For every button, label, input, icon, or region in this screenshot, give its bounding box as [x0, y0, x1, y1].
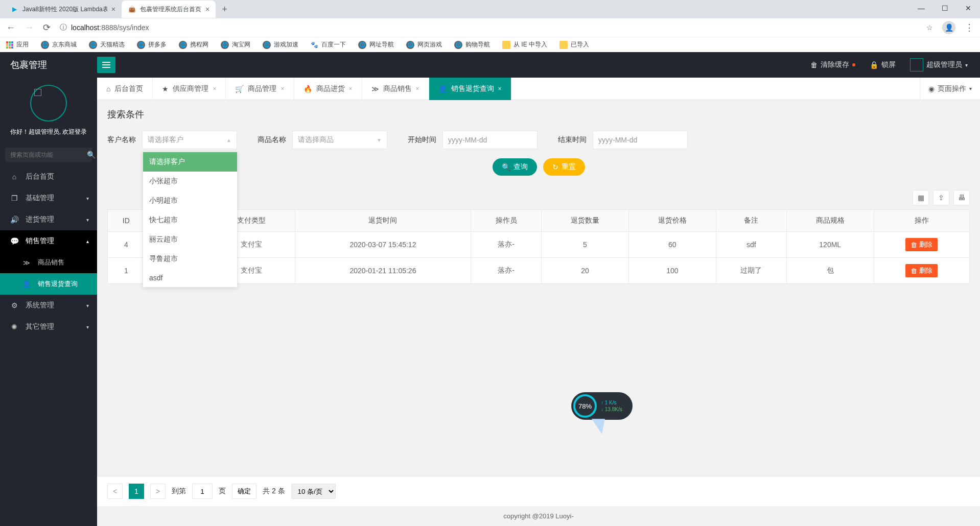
tab-icon: ⌂	[106, 85, 110, 93]
folder-icon: .	[559, 41, 568, 49]
reset-button[interactable]: ↻ 重置	[543, 158, 585, 176]
minimize-button[interactable]: —	[909, 0, 933, 16]
nav-sub-icon: ≫	[22, 259, 31, 267]
print-button[interactable]: 🖶	[953, 190, 970, 205]
sidebar-item[interactable]: ⚙系统管理▾	[0, 295, 97, 316]
clear-cache-button[interactable]: 🗑 清除缓存	[810, 60, 855, 69]
network-widget[interactable]: 78% ↑ 1 K/s ↓ 13.8K/s	[571, 392, 633, 420]
bookmark-item[interactable]: 应用	[6, 40, 29, 49]
browser-tab-0[interactable]: ▶ Java8新特性 2020版 Lambda表 ×	[4, 1, 122, 18]
close-icon[interactable]: ×	[111, 5, 115, 13]
table-cell: 2020-03-07 15:45:12	[295, 232, 471, 258]
page-tab[interactable]: 🛒商品管理×	[226, 78, 294, 100]
bookmark-item[interactable]: 🌐购物导航	[454, 40, 490, 49]
search-icon[interactable]: 🔍	[87, 151, 96, 159]
globe-icon: 🌐	[221, 41, 229, 49]
goto-confirm-button[interactable]: 确定	[232, 484, 256, 499]
sidebar-item[interactable]: 🔊进货管理▾	[0, 209, 97, 230]
bookmark-item[interactable]: 🌐游戏加速	[263, 40, 298, 49]
customer-label: 客户名称	[107, 135, 136, 145]
nav-sub-icon: 👤	[22, 280, 31, 288]
tab-icon: 🛒	[235, 85, 244, 93]
dropdown-option[interactable]: 小明超市	[143, 191, 237, 210]
site-info-icon[interactable]: ⓘ	[60, 23, 67, 32]
table-cell: 100	[628, 258, 716, 284]
close-window-button[interactable]: ✕	[956, 0, 980, 16]
sidebar-toggle[interactable]	[97, 57, 115, 73]
sidebar-item[interactable]: 💬销售管理▴	[0, 230, 97, 252]
sidebar-item[interactable]: ❒基础管理▾	[0, 187, 97, 209]
bookmark-label: 购物导航	[465, 40, 490, 49]
close-icon[interactable]: ×	[213, 85, 216, 92]
dropdown-option[interactable]: 小张超市	[143, 172, 237, 191]
browser-tab-1[interactable]: 👜 包裹管理系统后台首页 ×	[122, 1, 216, 18]
bookmark-item[interactable]: 🌐拼多多	[137, 40, 167, 49]
address-bar[interactable]: ⓘ localhost:8888/sys/index	[60, 23, 917, 32]
dropdown-option[interactable]: 快七超市	[143, 210, 237, 230]
dropdown-option[interactable]: asdf	[143, 269, 237, 287]
close-icon[interactable]: ×	[205, 5, 209, 13]
bookmark-item[interactable]: 🌐携程网	[179, 40, 208, 49]
user-menu[interactable]: 超级管理员 ▾	[910, 58, 968, 71]
column-header: 退货价格	[628, 210, 716, 232]
delete-button[interactable]: 🗑删除	[905, 264, 938, 277]
tab-icon: ★	[162, 85, 169, 93]
sidebar-subitem[interactable]: ≫商品销售	[0, 252, 97, 273]
profile-button[interactable]: 👤	[942, 21, 955, 34]
page-tab[interactable]: 🔥商品进货×	[294, 78, 362, 100]
prev-page-button[interactable]: <	[107, 484, 123, 499]
close-icon[interactable]: ×	[349, 85, 353, 92]
bookmark-label: 百度一下	[321, 40, 346, 49]
per-page-select[interactable]: 10 条/页	[291, 484, 336, 499]
page-1-button[interactable]: 1	[129, 484, 144, 499]
bookmark-item[interactable]: 🌐天猫精选	[89, 40, 125, 49]
bookmark-item[interactable]: 🌐淘宝网	[221, 40, 250, 49]
sidebar-search[interactable]: 🔍	[5, 148, 92, 162]
page-tab[interactable]: ★供应商管理×	[153, 78, 226, 100]
new-tab-button[interactable]: +	[222, 4, 227, 15]
customer-dropdown: 请选择客户小张超市小明超市快七超市丽云超市寻鲁超市asdf	[143, 152, 238, 288]
dropdown-option[interactable]: 寻鲁超市	[143, 249, 237, 269]
dropdown-option[interactable]: 请选择客户	[143, 152, 237, 172]
close-icon[interactable]: ×	[416, 85, 419, 92]
reset-button-label: 重置	[562, 162, 576, 172]
reload-button[interactable]: ⟳	[43, 22, 51, 33]
columns-button[interactable]: ▦	[913, 190, 929, 205]
search-input[interactable]	[10, 151, 87, 158]
page-tab[interactable]: ⌂后台首页	[97, 78, 153, 100]
table-cell-actions: 🗑删除	[874, 258, 969, 284]
maximize-button[interactable]: ☐	[933, 0, 956, 16]
bookmark-item[interactable]: 🌐网页游戏	[406, 40, 442, 49]
goto-page-input[interactable]	[192, 484, 213, 499]
export-button[interactable]: ⇪	[933, 190, 949, 205]
lock-button[interactable]: 🔒 锁屏	[870, 60, 896, 69]
nav-sub-label: 商品销售	[38, 258, 64, 267]
sidebar-item[interactable]: ⌂后台首页	[0, 166, 97, 187]
bookmark-star-icon[interactable]: ☆	[926, 23, 933, 32]
search-button[interactable]: 🔍 查询	[493, 158, 537, 176]
sidebar-subitem[interactable]: 👤销售退货查询	[0, 273, 97, 295]
sidebar-item[interactable]: ✺其它管理▾	[0, 316, 97, 338]
end-date-input[interactable]: yyyy-MM-dd	[593, 131, 688, 149]
forward-button[interactable]: →	[25, 22, 34, 33]
delete-button[interactable]: 🗑删除	[905, 238, 938, 251]
page-tab[interactable]: 👤销售退货查询×	[429, 78, 511, 100]
product-select[interactable]: 请选择商品 ▼	[292, 131, 387, 149]
dropdown-option[interactable]: 丽云超市	[143, 230, 237, 249]
pagination: < 1 > 到第 页 确定 共 2 条 10 条/页	[97, 476, 980, 506]
bookmark-item[interactable]: 🐾百度一下	[311, 40, 346, 49]
back-button[interactable]: ←	[6, 22, 15, 33]
page-ops-menu[interactable]: ◉页面操作▾	[920, 78, 980, 100]
browser-menu-icon[interactable]: ⋮	[965, 22, 974, 33]
page-tab[interactable]: ≫商品销售×	[362, 78, 429, 100]
bookmark-label: 网页游戏	[417, 40, 442, 49]
bookmark-item[interactable]: .已导入	[559, 40, 589, 49]
next-page-button[interactable]: >	[150, 484, 166, 499]
bookmark-item[interactable]: .从 IE 中导入	[502, 40, 547, 49]
close-icon[interactable]: ×	[281, 85, 284, 92]
bookmark-item[interactable]: 🌐京东商城	[41, 40, 77, 49]
close-icon[interactable]: ×	[498, 85, 502, 92]
bookmark-item[interactable]: 🌐网址导航	[358, 40, 394, 49]
customer-select[interactable]: 请选择客户 ▲ 请选择客户小张超市小明超市快七超市丽云超市寻鲁超市asdf	[142, 131, 237, 149]
start-date-input[interactable]: yyyy-MM-dd	[442, 131, 538, 149]
